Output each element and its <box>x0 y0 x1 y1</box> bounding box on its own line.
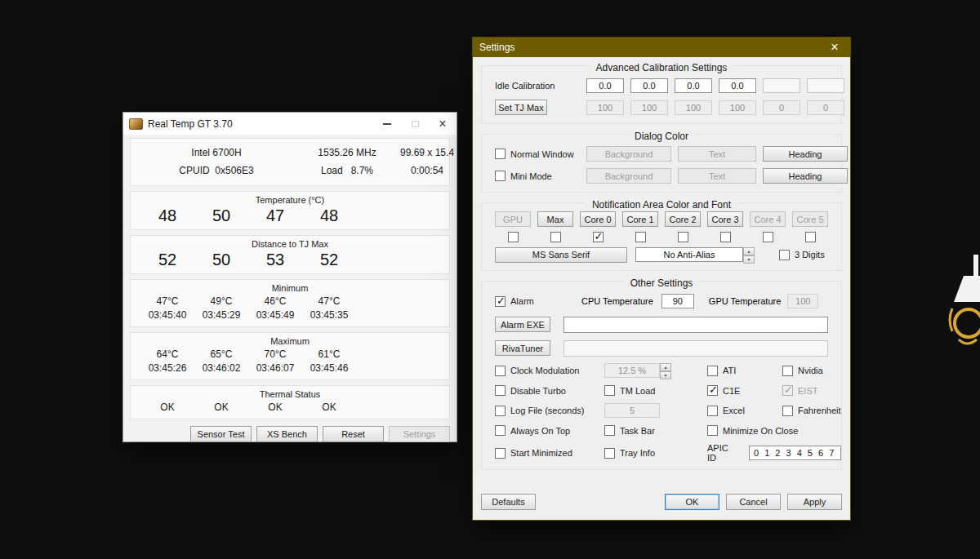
always-on-top-checkbox[interactable] <box>495 425 506 436</box>
apic-id-field[interactable]: 0 1 2 3 4 5 6 7 <box>749 446 841 460</box>
anti-alias-spinner[interactable]: ▴▾ <box>743 247 755 262</box>
min-temp-3: 47°C <box>302 295 356 308</box>
font-picker-button[interactable]: MS Sans Serif <box>495 247 627 263</box>
tm-load-label: TM Load <box>620 386 655 396</box>
start-minimized-label: Start Minimized <box>510 448 572 458</box>
core2-checkbox[interactable] <box>678 232 688 242</box>
idle-calibration-2[interactable]: 0.0 <box>675 78 712 93</box>
ok-button[interactable]: OK <box>665 494 719 510</box>
reset-button[interactable]: Reset <box>323 426 384 442</box>
tray-info-checkbox[interactable] <box>604 448 615 459</box>
log-file-checkbox[interactable] <box>495 406 506 416</box>
thermal-status-3: OK <box>302 401 356 415</box>
apic-id-label: APIC ID <box>707 443 737 463</box>
xs-bench-button[interactable]: XS Bench <box>256 426 318 442</box>
maximize-icon <box>412 121 419 127</box>
wallpaper-lamp-decoration <box>942 255 980 369</box>
mini-text-button: Text <box>678 168 756 184</box>
sensor-test-button[interactable]: Sensor Test <box>190 426 252 442</box>
core0-temp: 48 <box>140 206 194 225</box>
alarm-checkbox[interactable] <box>495 296 506 307</box>
core5-button: Core 5 <box>792 211 828 227</box>
core1-temp: 50 <box>194 206 248 225</box>
distance-title: Distance to TJ Max <box>131 239 449 249</box>
idle-calibration-1[interactable]: 0.0 <box>630 78 668 93</box>
disable-turbo-checkbox[interactable] <box>495 385 506 396</box>
max-time-3: 03:45:46 <box>302 362 356 375</box>
core4-checkbox[interactable] <box>763 232 773 242</box>
task-bar-checkbox[interactable] <box>604 425 615 436</box>
gpu-checkbox[interactable] <box>508 232 519 242</box>
max-button[interactable]: Max <box>537 211 573 227</box>
set-tjmax-button[interactable]: Set TJ Max <box>495 100 547 115</box>
minimize-on-close-checkbox[interactable] <box>707 425 718 436</box>
tm-load-checkbox[interactable] <box>604 385 615 396</box>
idle-calibration-0[interactable]: 0.0 <box>586 78 624 93</box>
core2-distance: 53 <box>248 251 302 269</box>
min-temp-0: 47°C <box>140 295 194 308</box>
clock-modulation-checkbox[interactable] <box>495 366 506 376</box>
other-settings-group-title: Other Settings <box>624 277 700 289</box>
always-on-top-label: Always On Top <box>510 426 570 436</box>
ati-checkbox[interactable] <box>707 366 718 376</box>
max-temp-2: 70°C <box>248 348 302 362</box>
max-checkbox[interactable] <box>550 232 561 242</box>
start-minimized-checkbox[interactable] <box>495 448 506 459</box>
idle-calibration-3[interactable]: 0.0 <box>719 78 756 93</box>
core0-checkbox[interactable] <box>593 232 604 242</box>
minimize-button[interactable] <box>373 113 401 135</box>
notification-group-title: Notification Area Color and Font <box>586 199 737 211</box>
alarm-label: Alarm <box>510 296 534 306</box>
gpu-alarm-temp-field: 100 <box>787 294 818 308</box>
normal-window-checkbox[interactable] <box>495 149 506 159</box>
core3-checkbox[interactable] <box>720 232 731 242</box>
thermal-status-1: OK <box>194 401 248 415</box>
uptime: 0:00:54 <box>400 165 454 176</box>
apply-button[interactable]: Apply <box>787 494 842 510</box>
min-time-3: 03:45:35 <box>302 308 356 322</box>
defaults-button[interactable]: Defaults <box>481 494 536 510</box>
rivatuner-button[interactable]: RivaTuner <box>495 340 550 356</box>
close-button[interactable]: × <box>429 113 457 135</box>
core1-button[interactable]: Core 1 <box>622 211 658 227</box>
spin-down-icon: ▾ <box>660 371 671 379</box>
main-titlebar[interactable]: Real Temp GT 3.70 × <box>123 113 457 135</box>
tjmax-3: 100 <box>719 100 756 115</box>
cancel-button[interactable]: Cancel <box>726 494 781 510</box>
core5-checkbox[interactable] <box>805 232 816 242</box>
nvidia-label: Nvidia <box>798 366 823 375</box>
nvidia-checkbox[interactable] <box>782 366 793 376</box>
normal-background-button: Background <box>586 146 671 162</box>
core2-temp: 47 <box>248 206 302 225</box>
alarm-exe-path-field[interactable] <box>564 317 828 333</box>
clock-modulation-spinner[interactable]: ▴▾ <box>660 363 671 378</box>
core1-checkbox[interactable] <box>635 232 646 242</box>
settings-titlebar[interactable]: Settings × <box>473 38 850 57</box>
min-temp-2: 46°C <box>248 295 302 308</box>
excel-checkbox[interactable] <box>707 406 718 416</box>
settings-button: Settings <box>389 426 450 442</box>
anti-alias-field[interactable]: No Anti-Alias <box>635 247 743 262</box>
c1e-checkbox[interactable] <box>707 385 718 396</box>
cpu-info-panel: Intel 6700H 1535.26 MHz 99.69 x 15.4 CPU… <box>130 138 450 186</box>
fahrenheit-checkbox[interactable] <box>782 406 793 416</box>
core3-button[interactable]: Core 3 <box>707 211 743 227</box>
mini-mode-label: Mini Mode <box>510 171 552 181</box>
thermal-status-2: OK <box>248 401 302 415</box>
mini-heading-button[interactable]: Heading <box>763 168 848 184</box>
core0-button[interactable]: Core 0 <box>580 211 616 227</box>
cpu-alarm-temp-field[interactable]: 90 <box>662 294 694 308</box>
clock-modulation-label: Clock Modulation <box>510 366 579 375</box>
dialog-color-group: Dialog Color Normal Window Background Te… <box>481 134 842 193</box>
maximize-button[interactable] <box>401 113 429 135</box>
three-digits-label: 3 Digits <box>795 250 825 260</box>
max-temp-3: 61°C <box>302 348 356 362</box>
max-time-1: 03:46:02 <box>194 362 248 375</box>
core2-button[interactable]: Core 2 <box>665 211 701 227</box>
max-time-2: 03:46:07 <box>248 362 302 375</box>
three-digits-checkbox[interactable] <box>779 250 790 260</box>
alarm-exe-button[interactable]: Alarm EXE <box>495 317 550 332</box>
normal-heading-button[interactable]: Heading <box>763 146 848 162</box>
settings-close-button[interactable]: × <box>819 38 850 57</box>
mini-mode-checkbox[interactable] <box>495 171 506 181</box>
